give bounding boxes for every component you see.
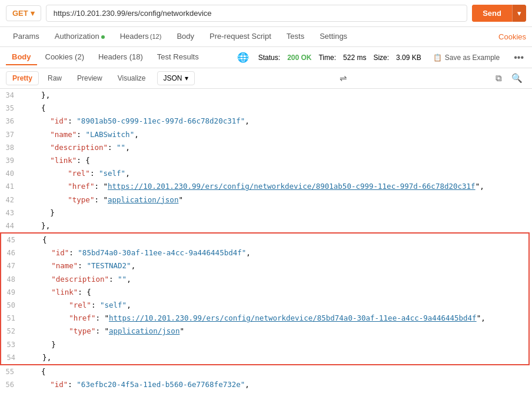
status-value: 200 OK xyxy=(287,54,311,62)
line-content: "link": { xyxy=(25,286,528,298)
json-line: 36 "id": "8901ab50-c999-11ec-997d-66c78d… xyxy=(0,115,532,128)
type-link[interactable]: application/json xyxy=(108,195,178,204)
method-chevron-icon: ▾ xyxy=(31,9,35,18)
tab-params[interactable]: Params xyxy=(6,27,46,46)
line-content: "name": "TESTNAD2", xyxy=(25,260,528,272)
line-content: "link": { xyxy=(24,155,532,166)
json-line: 56 "id": "63efbc20-4f5a-11ed-b560-6e7768… xyxy=(0,378,532,391)
json-line: 53 } xyxy=(1,338,528,351)
resp-tab-testresults[interactable]: Test Results xyxy=(151,49,205,65)
format-bar: Pretty Raw Preview Visualize JSON ▾ ⇌ ⧉ … xyxy=(0,68,532,89)
json-line: 52 "type": "application/json" xyxy=(1,325,528,338)
line-number: 49 xyxy=(1,286,25,298)
tab-headers[interactable]: Headers(12) xyxy=(113,27,169,46)
tab-prerequest[interactable]: Pre-request Script xyxy=(202,27,278,46)
line-content: { xyxy=(25,234,528,246)
tab-settings[interactable]: Settings xyxy=(312,27,354,46)
line-content: "href": "https://10.201.230.99/ers/confi… xyxy=(25,312,528,324)
method-select[interactable]: GET ▾ xyxy=(6,5,41,21)
line-number: 41 xyxy=(0,181,24,192)
type-link[interactable]: application/json xyxy=(109,326,179,335)
line-number: 47 xyxy=(1,260,25,272)
line-content: "name": "Wireless-9800", xyxy=(24,392,532,392)
tab-prerequest-label: Pre-request Script xyxy=(210,32,271,41)
json-line: 34 }, xyxy=(0,89,532,102)
json-line: 54 }, xyxy=(1,351,528,364)
json-line: 45 { xyxy=(1,234,528,246)
line-number: 39 xyxy=(0,155,24,166)
resp-tab-cookies[interactable]: Cookies (2) xyxy=(39,49,90,65)
tab-settings-label: Settings xyxy=(320,32,347,41)
time-label: Time: xyxy=(318,54,336,62)
tab-body-label: Body xyxy=(177,32,194,41)
line-number: 50 xyxy=(1,299,25,311)
json-line: 43 } xyxy=(0,206,532,219)
line-number: 44 xyxy=(0,220,24,232)
json-line: 48 "description": "", xyxy=(1,273,528,286)
json-viewer: 34 },35 {36 "id": "8901ab50-c999-11ec-99… xyxy=(0,89,532,392)
resp-tab-cookies-label: Cookies (2) xyxy=(45,52,84,61)
json-line: 44 }, xyxy=(0,219,532,232)
line-content: "id": "85bd74a0-30af-11ee-a4cc-9a446445b… xyxy=(25,247,528,259)
line-content: { xyxy=(24,102,532,114)
status-bar: 🌐 Status: 200 OK Time: 522 ms Size: 3.09… xyxy=(237,51,526,64)
url-input[interactable] xyxy=(46,5,467,22)
line-content: "name": "LABSwitch", xyxy=(24,129,532,141)
save-as-example-label: Save as Example xyxy=(445,54,500,62)
href-link[interactable]: https://10.201.230.99/ers/config/network… xyxy=(109,314,477,322)
globe-icon: 🌐 xyxy=(237,52,249,63)
visualize-button[interactable]: Visualize xyxy=(111,71,152,85)
json-line: 42 "type": "application/json" xyxy=(0,194,532,206)
line-content: { xyxy=(24,366,532,378)
line-number: 35 xyxy=(0,102,24,114)
line-number: 45 xyxy=(1,234,25,246)
save-icon: 📋 xyxy=(433,54,442,62)
line-content: "type": "application/json" xyxy=(24,194,532,206)
href-link[interactable]: https://10.201.230.99/ers/config/network… xyxy=(108,182,476,191)
line-content: } xyxy=(25,339,528,351)
raw-button[interactable]: Raw xyxy=(41,71,68,85)
resp-tab-body[interactable]: Body xyxy=(6,49,37,65)
line-number: 48 xyxy=(1,274,25,285)
line-number: 51 xyxy=(1,312,25,324)
status-label: Status: xyxy=(258,54,280,62)
line-content: }, xyxy=(24,89,532,101)
search-button[interactable]: 🔍 xyxy=(508,72,526,85)
tab-params-label: Params xyxy=(13,32,39,41)
save-as-example-button[interactable]: 📋 Save as Example xyxy=(428,51,504,64)
line-content: }, xyxy=(25,352,528,364)
highlight-block: 45 {46 "id": "85bd74a0-30af-11ee-a4cc-9a… xyxy=(0,232,530,365)
line-content: "type": "application/json" xyxy=(25,325,528,337)
tab-tests-label: Tests xyxy=(287,32,304,41)
authorization-dot-icon xyxy=(101,35,105,39)
line-number: 42 xyxy=(0,194,24,206)
resp-tab-headers[interactable]: Headers (18) xyxy=(92,49,149,65)
line-content: "rel": "self", xyxy=(25,299,528,311)
json-line: 57 "name": "Wireless-9800", xyxy=(0,391,532,392)
line-number: 46 xyxy=(1,247,25,259)
line-number: 37 xyxy=(0,129,24,141)
send-button[interactable]: Send xyxy=(472,5,512,22)
json-line: 35 { xyxy=(0,102,532,115)
json-line: 55 { xyxy=(0,365,532,378)
line-content: }, xyxy=(24,220,532,232)
tab-tests[interactable]: Tests xyxy=(280,27,311,46)
format-right-tools: ⇌ xyxy=(336,72,351,85)
line-content: "description": "", xyxy=(24,142,532,154)
wrap-icon-button[interactable]: ⇌ xyxy=(336,72,351,85)
pretty-button[interactable]: Pretty xyxy=(6,71,39,85)
format-select[interactable]: JSON ▾ xyxy=(157,71,195,85)
tab-authorization[interactable]: Authorization xyxy=(48,27,112,46)
json-line: 40 "rel": "self", xyxy=(0,167,532,180)
resp-tab-body-label: Body xyxy=(12,52,31,61)
send-dropdown-button[interactable]: ▾ xyxy=(512,5,526,22)
response-tabs: Body Cookies (2) Headers (18) Test Resul… xyxy=(0,47,532,68)
more-options-button[interactable]: ••• xyxy=(511,52,526,63)
preview-button[interactable]: Preview xyxy=(71,71,109,85)
line-number: 40 xyxy=(0,168,24,179)
json-line: 46 "id": "85bd74a0-30af-11ee-a4cc-9a4464… xyxy=(1,246,528,259)
copy-button[interactable]: ⧉ xyxy=(492,72,506,85)
json-line: 51 "href": "https://10.201.230.99/ers/co… xyxy=(1,312,528,325)
tab-body[interactable]: Body xyxy=(169,27,201,46)
tab-cookies-right[interactable]: Cookies xyxy=(498,32,526,41)
